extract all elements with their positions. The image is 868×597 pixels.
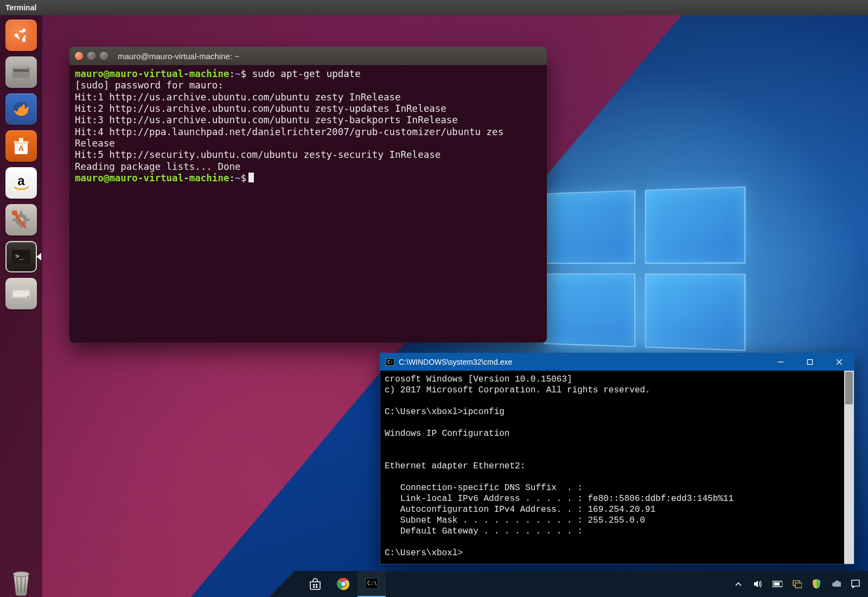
taskbar-store-icon[interactable]	[301, 571, 329, 597]
prompt-path: ~	[235, 68, 241, 79]
launcher-amazon-icon[interactable]: a	[5, 167, 37, 199]
terminal-line: Hit:3 http://us.archive.ubuntu.com/ubunt…	[75, 115, 458, 125]
cmd-line: Windows IP Configuration	[385, 429, 509, 439]
terminal-line: Release	[75, 138, 115, 149]
svg-rect-7	[19, 138, 23, 142]
launcher-software-center-icon[interactable]: A	[5, 130, 37, 162]
cmd-minimize-button[interactable]	[766, 353, 795, 371]
ubuntu-terminal-window[interactable]: mauro@mauro-virtual-machine: ~ mauro@mau…	[69, 47, 547, 342]
svg-rect-46	[852, 580, 859, 586]
cmd-titlebar[interactable]: C: C:\WINDOWS\system32\cmd.exe	[380, 353, 854, 371]
launcher-trash-icon[interactable]	[5, 566, 37, 597]
cmd-line: c) 2017 Microsoft Corporation. All right…	[385, 385, 650, 395]
cmd-prompt: C:\Users\xboxl>	[385, 407, 463, 417]
terminal-line: Hit:4 http://ppa.launchpad.net/danielric…	[75, 126, 503, 137]
cmd-icon: C:	[386, 358, 394, 366]
tray-onedrive-icon[interactable]	[831, 579, 841, 589]
windows-cmd-window[interactable]: C: C:\WINDOWS\system32\cmd.exe crosoft W…	[380, 353, 854, 564]
cmd-line: Link-local IPv6 Address . . . . . : fe80…	[385, 494, 733, 504]
window-close-icon[interactable]	[75, 52, 83, 60]
tray-network-icon[interactable]	[792, 579, 802, 589]
svg-text:C:: C:	[387, 359, 393, 365]
tray-volume-icon[interactable]	[753, 579, 763, 589]
taskbar-chrome-icon[interactable]	[329, 571, 358, 597]
ubuntu-menubar[interactable]: Terminal	[0, 0, 868, 15]
ubuntu-terminal-title: mauro@mauro-virtual-machine: ~	[118, 52, 239, 61]
cmd-command: ipconfig	[463, 407, 505, 417]
tray-security-icon[interactable]	[812, 579, 821, 589]
tray-chevron-up-icon[interactable]	[733, 579, 743, 589]
terminal-line: Hit:2 http://us.archive.ubuntu.com/ubunt…	[75, 103, 446, 114]
svg-text:>_: >_	[15, 252, 24, 260]
tray-battery-icon[interactable]	[773, 579, 782, 589]
svg-text:C:\: C:\	[367, 580, 377, 586]
cmd-scrollbar[interactable]	[844, 371, 854, 564]
taskbar-cmd-icon[interactable]: C:\	[358, 571, 386, 597]
svg-point-38	[342, 582, 345, 586]
svg-rect-45	[795, 583, 802, 588]
terminal-line: Reading package lists... Done	[75, 161, 241, 172]
svg-rect-34	[313, 586, 315, 588]
svg-rect-16	[12, 211, 17, 215]
cmd-line: Default Gateway . . . . . . . . . :	[385, 526, 583, 536]
cmd-line: Subnet Mask . . . . . . . . . . . : 255.…	[385, 516, 645, 525]
menubar-app-title: Terminal	[5, 3, 36, 12]
svg-text:a: a	[17, 173, 25, 188]
svg-rect-32	[313, 584, 315, 586]
launcher-settings-icon[interactable]	[5, 204, 37, 236]
svg-point-22	[13, 571, 29, 577]
svg-rect-4	[14, 69, 29, 72]
cmd-maximize-button[interactable]	[795, 353, 825, 371]
svg-rect-43	[774, 582, 780, 586]
cmd-close-button[interactable]	[825, 353, 854, 371]
svg-rect-29	[808, 360, 813, 365]
window-minimize-icon[interactable]	[87, 52, 95, 60]
terminal-line: [sudo] password for mauro:	[75, 80, 224, 91]
terminal-line: Hit:1 http://us.archive.ubuntu.com/ubunt…	[75, 92, 401, 103]
svg-text:A: A	[18, 144, 24, 153]
svg-rect-5	[15, 65, 28, 68]
svg-rect-33	[316, 584, 317, 586]
scrollbar-thumb[interactable]	[845, 372, 853, 404]
launcher-ubuntu-dash-icon[interactable]	[5, 20, 37, 51]
svg-rect-3	[12, 67, 30, 78]
launcher-terminal-icon[interactable]: >_	[5, 241, 37, 272]
launcher-files-icon[interactable]	[5, 56, 37, 88]
cmd-line: Connection-specific DNS Suffix . :	[385, 483, 583, 493]
cursor-icon	[248, 173, 254, 182]
tray-action-center-icon[interactable]	[851, 579, 860, 589]
cmd-body[interactable]: crosoft Windows [Version 10.0.15063] c) …	[380, 371, 844, 564]
terminal-command: sudo apt-get update	[252, 68, 361, 79]
cmd-title-text: C:\WINDOWS\system32\cmd.exe	[399, 358, 512, 366]
cmd-prompt: C:\Users\xboxl>	[385, 548, 463, 558]
ubuntu-launcher: A a >_	[0, 15, 42, 597]
terminal-line: Hit:5 http://security.ubuntu.com/ubuntu …	[75, 149, 441, 160]
svg-rect-35	[316, 586, 317, 588]
cmd-line: Autoconfiguration IPv4 Address. . : 169.…	[385, 505, 655, 515]
prompt-user-host: mauro@mauro-virtual-machine	[75, 68, 229, 79]
svg-point-21	[27, 296, 29, 298]
svg-rect-20	[13, 290, 29, 297]
cmd-line: Ethernet adapter Ethernet2:	[385, 461, 525, 471]
launcher-disk-icon[interactable]	[5, 278, 37, 309]
windows-logo	[544, 186, 745, 351]
ubuntu-terminal-body[interactable]: mauro@mauro-virtual-machine:~$ sudo apt-…	[69, 65, 547, 189]
window-maximize-icon[interactable]	[100, 52, 108, 60]
launcher-firefox-icon[interactable]	[5, 93, 37, 125]
ubuntu-terminal-titlebar[interactable]: mauro@mauro-virtual-machine: ~	[69, 47, 547, 65]
cmd-line: crosoft Windows [Version 10.0.15063]	[385, 374, 572, 384]
